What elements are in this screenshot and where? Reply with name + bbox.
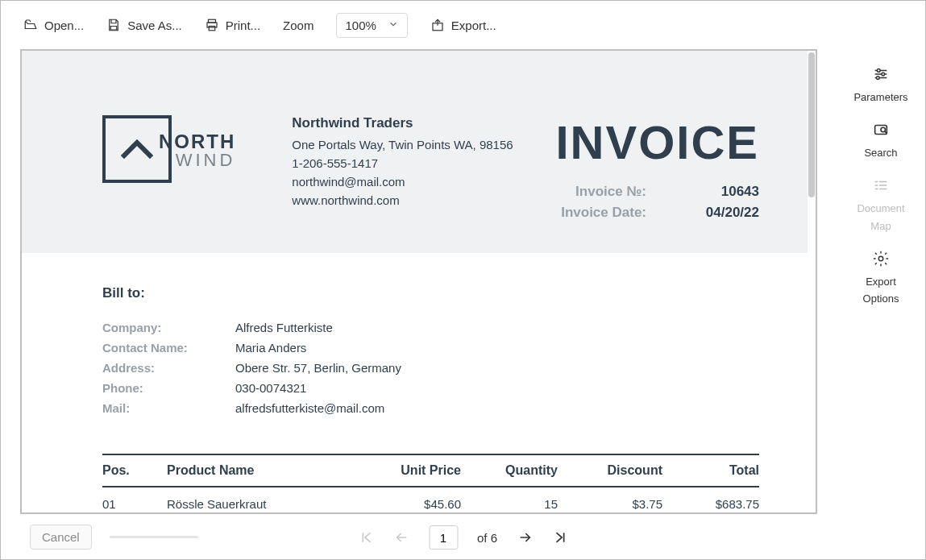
billto-company-label: Company: xyxy=(102,321,235,334)
billto-company-value: Alfreds Futterkiste xyxy=(235,321,333,334)
invoice-title: INVOICE xyxy=(556,115,760,169)
billto-contact-value: Maria Anders xyxy=(235,341,306,355)
first-page-button[interactable] xyxy=(358,529,374,545)
parameters-label: Parameters xyxy=(853,91,907,104)
open-label: Open... xyxy=(44,19,84,32)
svg-point-6 xyxy=(876,77,879,80)
billto-address-value: Obere Str. 57, Berlin, Germany xyxy=(235,361,401,375)
col-qty: Quantity xyxy=(461,454,558,487)
scrollbar[interactable] xyxy=(808,51,816,512)
col-discount: Discount xyxy=(558,454,662,487)
toolbar: Open... Save As... Print... Zoom 100% Ex xyxy=(1,1,925,49)
company-phone: 1-206-555-1417 xyxy=(292,156,513,170)
document-page: NORTH WIND Northwind Traders One Portals… xyxy=(22,51,808,514)
cell-total: $683.75 xyxy=(662,487,759,514)
zoom-label: Zoom xyxy=(283,19,314,32)
document-map-button: Document Map xyxy=(857,176,904,232)
invoice-no-value: 10643 xyxy=(687,184,759,200)
progress-bar xyxy=(110,536,198,538)
billto-address-label: Address: xyxy=(102,361,235,375)
billto-phone-value: 030-0074321 xyxy=(235,381,306,395)
svg-rect-2 xyxy=(209,27,215,31)
document-map-label-2: Map xyxy=(870,220,891,233)
table-row: 01 Rössle Sauerkraut $45.60 15 $3.75 $68… xyxy=(102,487,759,514)
chevron-down-icon xyxy=(388,19,399,32)
company-mail: northwind@mail.com xyxy=(292,175,513,189)
pager: of 6 xyxy=(358,525,568,550)
save-icon xyxy=(106,18,121,32)
export-options-button[interactable]: Export Options xyxy=(863,250,899,305)
gear-icon xyxy=(872,250,890,271)
company-address: One Portals Way, Twin Points WA, 98156 xyxy=(292,138,513,151)
col-unit-price: Unit Price xyxy=(356,454,461,487)
save-as-label: Save As... xyxy=(127,19,182,32)
open-icon xyxy=(23,18,38,32)
billto-mail-label: Mail: xyxy=(102,401,235,415)
svg-point-9 xyxy=(878,256,883,261)
billto-phone-label: Phone: xyxy=(102,381,235,395)
document-map-icon xyxy=(872,176,890,197)
page-input[interactable] xyxy=(429,525,458,550)
svg-point-4 xyxy=(877,69,880,73)
save-as-button[interactable]: Save As... xyxy=(106,18,182,32)
company-web: www.northwind.com xyxy=(292,193,513,207)
parameters-button[interactable]: Parameters xyxy=(853,65,907,103)
logo-text-north: NORTH xyxy=(159,132,235,151)
invoice-date-label: Invoice Date: xyxy=(561,205,646,221)
document-map-label-1: Document xyxy=(857,202,904,215)
export-label: Export... xyxy=(451,19,496,32)
prev-page-button[interactable] xyxy=(393,529,409,545)
company-logo: NORTH WIND xyxy=(102,115,260,183)
logo-text-wind: WIND xyxy=(159,151,235,169)
export-icon xyxy=(430,18,445,32)
print-icon xyxy=(205,18,219,32)
search-label: Search xyxy=(864,147,897,160)
col-pos: Pos. xyxy=(102,454,167,487)
cell-discount: $3.75 xyxy=(558,487,662,514)
zoom-select[interactable]: 100% xyxy=(336,13,407,38)
search-button[interactable]: Search xyxy=(864,121,897,159)
col-product: Product Name xyxy=(167,454,356,487)
billto-heading: Bill to: xyxy=(102,285,759,301)
scrollbar-thumb[interactable] xyxy=(808,52,815,197)
print-label: Print... xyxy=(226,19,260,32)
cell-product: Rössle Sauerkraut xyxy=(167,487,356,514)
parameters-icon xyxy=(872,65,890,86)
invoice-no-label: Invoice №: xyxy=(561,184,646,200)
document-viewer[interactable]: NORTH WIND Northwind Traders One Portals… xyxy=(20,49,817,514)
next-page-button[interactable] xyxy=(517,529,533,545)
svg-point-5 xyxy=(882,73,885,76)
col-total: Total xyxy=(662,454,759,487)
invoice-date-value: 04/20/22 xyxy=(687,205,759,221)
export-button[interactable]: Export... xyxy=(430,18,496,32)
cell-unit-price: $45.60 xyxy=(356,487,461,514)
page-of-label: of 6 xyxy=(477,531,497,545)
cancel-button[interactable]: Cancel xyxy=(30,525,92,550)
billto-mail-value: alfredsfutterkiste@mail.com xyxy=(235,401,384,415)
company-name: Northwind Traders xyxy=(292,115,513,131)
items-table: Pos. Product Name Unit Price Quantity Di… xyxy=(102,454,759,514)
export-options-label-2: Options xyxy=(863,292,899,305)
print-button[interactable]: Print... xyxy=(205,18,260,32)
open-button[interactable]: Open... xyxy=(23,18,84,32)
footer: Cancel of 6 xyxy=(1,514,925,559)
search-icon xyxy=(872,121,890,142)
side-panel: Parameters Search Document Map Export xyxy=(837,49,925,514)
last-page-button[interactable] xyxy=(552,529,568,545)
zoom-value: 100% xyxy=(345,19,376,32)
cell-pos: 01 xyxy=(102,487,167,514)
cell-qty: 15 xyxy=(461,487,558,514)
export-options-label-1: Export xyxy=(866,276,896,288)
billto-contact-label: Contact Name: xyxy=(102,341,235,355)
svg-point-8 xyxy=(881,127,886,132)
